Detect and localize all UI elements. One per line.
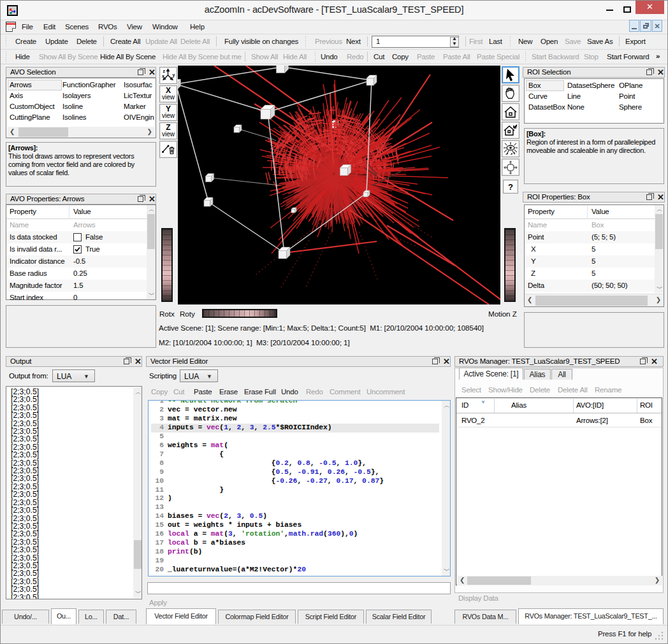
svg-text:y: y (173, 73, 175, 78)
svg-text:z: z (163, 69, 166, 73)
svg-text:x: x (162, 74, 164, 78)
